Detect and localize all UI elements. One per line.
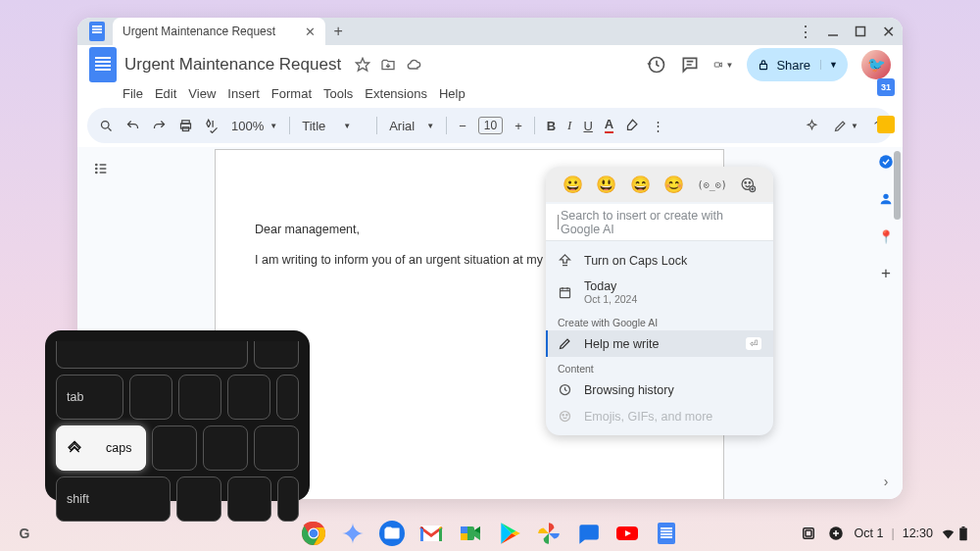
share-dropdown-icon[interactable]: ▼: [820, 60, 838, 70]
menu-format[interactable]: Format: [271, 86, 312, 101]
gemini-shelf-icon[interactable]: [340, 521, 366, 546]
calendar-panel-icon[interactable]: 31: [877, 78, 895, 96]
toolbar-more-icon[interactable]: ⋮: [652, 119, 664, 133]
search-menus-icon[interactable]: [99, 119, 114, 133]
svg-point-12: [96, 164, 97, 165]
menu-edit[interactable]: Edit: [155, 86, 176, 101]
add-panel-icon[interactable]: +: [877, 265, 895, 282]
gmail-icon[interactable]: [418, 521, 444, 546]
kaomoji-option[interactable]: (⊙_⊙): [698, 179, 727, 190]
document-title[interactable]: Urgent Maintenance Request: [124, 55, 341, 74]
window-menu-icon[interactable]: ⋮: [799, 25, 812, 38]
menu-help[interactable]: Help: [439, 86, 466, 101]
title-bar: Urgent Maintenance Request ▼ Share ▼ 🐦: [77, 45, 903, 84]
svg-point-13: [96, 168, 97, 169]
emoji-row: 😀 😃 😄 😊 (⊙_⊙): [546, 167, 773, 202]
cloud-saved-icon[interactable]: [406, 57, 421, 73]
quick-add-icon[interactable]: [827, 525, 845, 542]
emoji-option[interactable]: 😊: [663, 175, 684, 195]
font-increase-button[interactable]: +: [514, 119, 522, 133]
side-panel: 31 📍 + ›: [869, 69, 903, 499]
svg-point-36: [310, 529, 318, 538]
popup-search-input[interactable]: Search to insert or create with Google A…: [546, 204, 773, 241]
redo-icon[interactable]: [152, 119, 167, 133]
paragraph-style-dropdown[interactable]: Title▼: [302, 119, 365, 133]
contacts-panel-icon[interactable]: [877, 190, 895, 208]
docs-shelf-icon[interactable]: [654, 521, 679, 546]
menu-file[interactable]: File: [122, 86, 143, 101]
menu-view[interactable]: View: [188, 86, 216, 101]
outline-toggle-icon[interactable]: [93, 161, 109, 176]
svg-rect-48: [959, 527, 967, 540]
window-maximize-icon[interactable]: [854, 25, 867, 38]
print-icon[interactable]: [178, 119, 193, 133]
text-color-button[interactable]: A: [605, 118, 613, 133]
messages-icon[interactable]: [575, 521, 601, 546]
svg-rect-43: [461, 533, 467, 540]
spellcheck-icon[interactable]: [205, 119, 220, 133]
comments-icon[interactable]: [680, 55, 700, 75]
font-dropdown[interactable]: Arial▼: [389, 119, 434, 133]
maps-panel-icon[interactable]: 📍: [877, 227, 895, 245]
popup-browsing-history[interactable]: Browsing history: [546, 376, 773, 403]
zoom-dropdown[interactable]: 100%▼: [231, 119, 277, 133]
svg-point-14: [96, 172, 97, 173]
emoji-option[interactable]: 😃: [596, 175, 616, 195]
window-close-icon[interactable]: ✕: [881, 25, 895, 38]
menu-tools[interactable]: Tools: [323, 86, 353, 101]
youtube-icon[interactable]: [614, 521, 640, 546]
underline-button[interactable]: U: [583, 119, 592, 133]
key-caps[interactable]: caps: [56, 426, 146, 471]
editing-mode-button[interactable]: ▼: [833, 119, 858, 133]
menu-insert[interactable]: Insert: [227, 86, 260, 101]
undo-icon[interactable]: [125, 119, 140, 133]
svg-rect-46: [806, 530, 811, 536]
star-icon[interactable]: [355, 57, 370, 73]
svg-rect-5: [715, 63, 720, 67]
popup-insert-date[interactable]: TodayOct 1, 2024: [546, 274, 773, 311]
keep-panel-icon[interactable]: [877, 116, 895, 133]
move-folder-icon[interactable]: [380, 57, 396, 73]
svg-rect-39: [420, 527, 423, 541]
gemini-icon[interactable]: [805, 119, 819, 133]
window-minimize-icon[interactable]: [826, 25, 840, 38]
status-area[interactable]: Oct 1 | 12:30: [855, 526, 968, 541]
bold-button[interactable]: B: [547, 119, 556, 133]
popup-help-me-write[interactable]: Help me write: [546, 330, 773, 357]
meet-shelf-icon[interactable]: [458, 521, 483, 546]
popup-caps-lock[interactable]: Turn on Caps Lock: [546, 247, 773, 274]
highlight-button[interactable]: [625, 119, 640, 133]
font-size-input[interactable]: 10: [478, 117, 503, 134]
battery-icon: [958, 526, 968, 541]
emoji-picker-icon[interactable]: [740, 176, 757, 193]
meet-icon[interactable]: ▼: [713, 55, 733, 75]
popup-emojis-more[interactable]: Emojis, GIFs, and more: [546, 403, 773, 429]
svg-rect-42: [461, 526, 467, 533]
shelf-time: 12:30: [903, 526, 933, 540]
share-button[interactable]: Share ▼: [747, 48, 848, 81]
history-icon[interactable]: [647, 55, 666, 75]
photos-icon[interactable]: [536, 521, 562, 546]
tasks-panel-icon[interactable]: [877, 153, 895, 171]
emoji-option[interactable]: 😀: [563, 175, 583, 195]
emoji-option[interactable]: 😄: [630, 175, 651, 195]
svg-rect-38: [420, 526, 442, 541]
launcher-icon[interactable]: G: [12, 521, 37, 546]
tab-title: Urgent Maintenance Request: [122, 25, 275, 38]
phone-hub-icon[interactable]: [800, 525, 817, 542]
italic-button[interactable]: I: [567, 118, 571, 133]
font-decrease-button[interactable]: −: [459, 119, 466, 133]
svg-point-32: [566, 415, 567, 416]
key-partial[interactable]: [56, 341, 248, 369]
tab-add-button[interactable]: +: [325, 23, 351, 40]
browser-tab[interactable]: Urgent Maintenance Request ✕: [113, 18, 325, 45]
play-store-icon[interactable]: [497, 521, 522, 546]
tab-favicon: [81, 18, 113, 45]
docs-logo-icon[interactable]: [89, 47, 117, 82]
panel-collapse-icon[interactable]: ›: [877, 473, 895, 490]
files-icon[interactable]: [379, 521, 405, 546]
chrome-icon[interactable]: [301, 521, 326, 546]
tab-close-icon[interactable]: ✕: [305, 25, 316, 39]
menu-extensions[interactable]: Extensions: [365, 86, 427, 101]
key-tab[interactable]: tab: [56, 375, 123, 420]
